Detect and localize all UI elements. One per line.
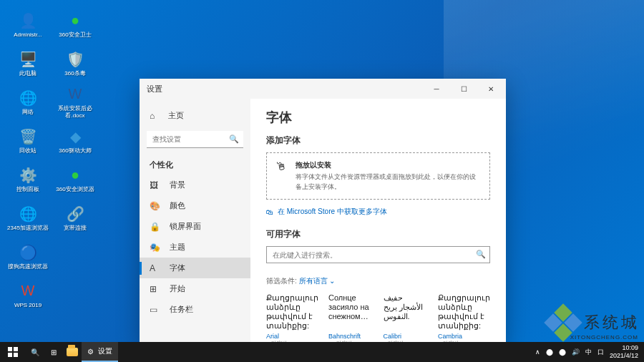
desktop-icon[interactable]: 👤Administr...	[6, 6, 50, 43]
volume-icon[interactable]: 🔊	[572, 348, 580, 356]
font-drop-zone[interactable]: 🖱 拖放以安装 将字体文件从文件资源管理器或桌面拖放到此处，以便在你的设备上安装…	[266, 152, 490, 200]
notifications-icon[interactable]: 口	[597, 348, 604, 357]
svg-rect-2	[8, 353, 12, 357]
settings-window: 设置 ─ ☐ ✕ ⌂ 主页 🔍 个性化 🖼背景🎨颜色🔒锁屏界面🎭主题A字体⊞开始…	[140, 79, 506, 345]
taskbar-search[interactable]: 🔍	[26, 342, 44, 362]
desktop-icon[interactable]: 🔵搜狗高速浏览器	[6, 238, 50, 275]
font-search-input[interactable]	[266, 246, 490, 263]
app-icon: ◆	[65, 127, 85, 147]
app-icon: ⚙️	[18, 165, 38, 185]
nav-label: 背景	[170, 180, 185, 190]
tray-overflow[interactable]: ∧	[535, 348, 540, 356]
icon-label: 网络	[6, 109, 50, 116]
sidebar-section-heading: 个性化	[140, 155, 250, 175]
app-icon: 🗑️	[18, 127, 38, 147]
desktop-icon[interactable]: 🖥️此电脑	[6, 44, 50, 82]
sidebar: ⌂ 主页 🔍 个性化 🖼背景🎨颜色🔒锁屏界面🎭主题A字体⊞开始▭任务栏	[140, 99, 250, 345]
desktop-icon[interactable]: WWPS 2019	[6, 276, 50, 313]
font-card[interactable]: حفيف الأشجار يريح النفوس.Calibri6 种字体	[384, 293, 429, 345]
svg-rect-0	[8, 347, 12, 351]
minimize-button[interactable]: ─	[423, 79, 450, 99]
taskbar-explorer[interactable]	[63, 342, 82, 362]
maximize-button[interactable]: ☐	[450, 79, 477, 99]
icon-label: 系统安装后必看.docx	[53, 105, 97, 119]
desktop-icon[interactable]: 🗑️回收站	[6, 122, 50, 159]
taskbar-clock[interactable]: 10:09 2021/4/12	[610, 344, 638, 360]
home-label: 主页	[168, 110, 184, 121]
icon-label: 回收站	[6, 147, 50, 155]
desktop-icon[interactable]: ●360安全卫士	[53, 6, 97, 43]
sidebar-item-任务栏[interactable]: ▭任务栏	[140, 299, 250, 320]
app-icon: 🌐	[18, 88, 38, 108]
font-card[interactable]: Солнце засияло на снежном…Bahnschrift15 …	[328, 293, 374, 345]
icon-label: 搜狗高速浏览器	[6, 263, 50, 270]
sidebar-item-开始[interactable]: ⊞开始	[140, 278, 250, 299]
icon-label: 2345加速浏览器	[6, 225, 50, 232]
drop-subtitle: 将字体文件从文件资源管理器或桌面拖放到此处，以便在你的设备上安装字体。	[296, 172, 481, 192]
desktop-icon[interactable]: W系统安装后必看.docx	[53, 83, 97, 120]
desktop-icon[interactable]: ●360安全浏览器	[53, 160, 97, 197]
taskbar-app-settings[interactable]: ⚙ 设置	[82, 342, 118, 362]
sidebar-item-背景[interactable]: 🖼背景	[140, 175, 250, 195]
ime-indicator[interactable]: 中	[585, 348, 592, 357]
nav-label: 颜色	[170, 200, 185, 211]
nav-icon: 🎨	[150, 201, 160, 211]
tray-item[interactable]: ⬤	[546, 348, 553, 356]
filter-value-dropdown[interactable]: 所有语言 ⌄	[299, 277, 336, 285]
nav-icon: 🎭	[150, 243, 160, 253]
sidebar-home[interactable]: ⌂ 主页	[140, 106, 250, 125]
store-link[interactable]: 🛍 在 Microsoft Store 中获取更多字体	[266, 207, 490, 217]
sidebar-item-字体[interactable]: A字体	[140, 258, 250, 278]
font-grid: Քաղցրալուր անձրևը թափվում է տանիքից:Aria…	[266, 293, 490, 345]
app-icon: 👤	[18, 11, 38, 31]
task-view-button[interactable]: ⊞	[44, 342, 63, 362]
app-icon: 🖥️	[18, 49, 38, 69]
nav-icon: A	[150, 263, 160, 273]
icon-label: 360驱动大师	[53, 147, 97, 155]
page-title: 字体	[266, 109, 490, 126]
taskbar: 🔍 ⊞ ⚙ 设置 ∧ ⬤ ⬤ 🔊 中 口 10:09 2021/4/12	[0, 342, 644, 362]
font-preview: Քաղցրալուր անձրևը թափվում է տանիքից:	[266, 293, 318, 331]
content-area: 字体 添加字体 🖱 拖放以安装 将字体文件从文件资源管理器或桌面拖放到此处，以便…	[250, 99, 506, 345]
app-icon: 🔵	[18, 243, 38, 263]
desktop-icon[interactable]: 🌐网络	[6, 83, 50, 120]
desktop-icon[interactable]: ◆360驱动大师	[53, 122, 97, 159]
start-button[interactable]	[0, 342, 26, 362]
desktop-icons: 👤Administr...🖥️此电脑🌐网络🗑️回收站⚙️控制面板🌐2345加速浏…	[6, 6, 97, 313]
store-link-label: 在 Microsoft Store 中获取更多字体	[278, 207, 387, 217]
sidebar-item-锁屏界面[interactable]: 🔒锁屏界面	[140, 216, 250, 237]
font-card[interactable]: Քաղցրալուր անձրևը թափվում է տանիքից:Aria…	[266, 293, 318, 345]
store-icon: 🛍	[266, 208, 273, 216]
app-icon: W	[18, 281, 38, 301]
sidebar-item-颜色[interactable]: 🎨颜色	[140, 195, 250, 216]
home-icon: ⌂	[150, 111, 160, 121]
gear-icon: ⚙	[87, 348, 94, 356]
svg-rect-1	[14, 347, 18, 351]
desktop-icon[interactable]: 🔗宽带连接	[53, 199, 97, 236]
sidebar-item-主题[interactable]: 🎭主题	[140, 237, 250, 258]
close-button[interactable]: ✕	[477, 79, 504, 99]
desktop-icon[interactable]: ⚙️控制面板	[6, 160, 50, 197]
nav-icon: 🖼	[150, 180, 160, 190]
svg-rect-3	[14, 353, 18, 357]
font-preview: حفيف الأشجار يريح النفوس.	[384, 293, 429, 331]
drop-title: 拖放以安装	[296, 160, 481, 170]
icon-label: 宽带连接	[53, 225, 97, 232]
font-name: Bahnschrift	[328, 333, 374, 340]
font-name: Arial	[266, 333, 318, 340]
add-font-heading: 添加字体	[266, 134, 490, 147]
nav-label: 主题	[170, 242, 185, 253]
tray-item[interactable]: ⬤	[559, 348, 566, 356]
nav-label: 任务栏	[170, 304, 193, 315]
font-card[interactable]: Քաղցրալուր անձրևը թափվում է տանիքից:Camb…	[438, 293, 490, 345]
nav-label: 开始	[170, 283, 185, 294]
desktop-icon[interactable]: 🛡️360杀毒	[53, 44, 97, 82]
taskbar-app-label: 设置	[98, 346, 112, 356]
app-icon: 🔗	[65, 204, 85, 224]
desktop-icon[interactable]: 🌐2345加速浏览器	[6, 199, 50, 236]
icon-label: 控制面板	[6, 186, 50, 193]
drag-icon: 🖱	[275, 160, 288, 175]
icon-label: WPS 2019	[6, 302, 50, 309]
search-icon: 🔍	[476, 250, 486, 259]
nav-icon: 🔒	[150, 222, 160, 232]
